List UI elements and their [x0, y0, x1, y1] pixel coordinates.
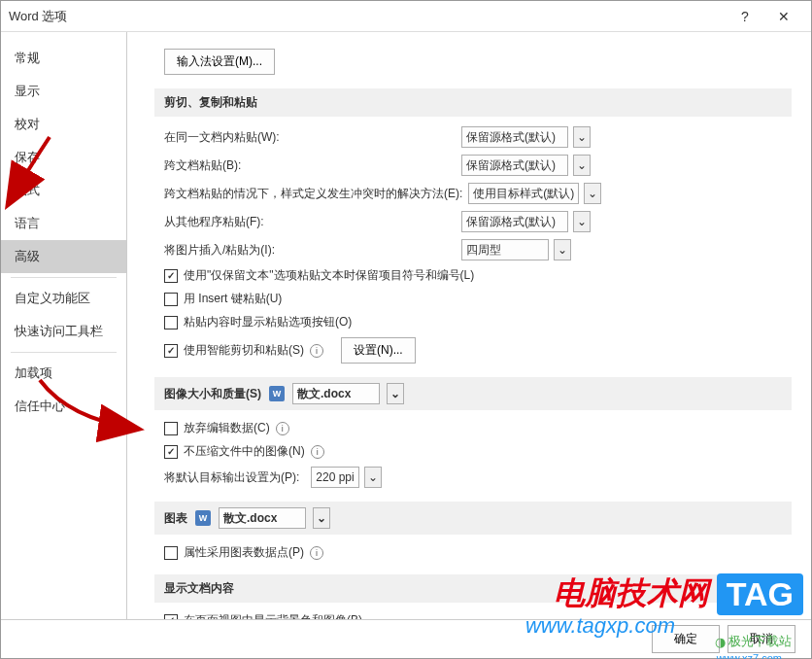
sidebar-item-display[interactable]: 显示 — [1, 75, 126, 108]
content-pane: 输入法设置(M)... 剪切、复制和粘贴 在同一文档内粘贴(W): 保留源格式(… — [127, 32, 811, 619]
cancel-button[interactable]: 取消 — [727, 625, 795, 653]
select-default-output[interactable]: 220 ppi — [311, 467, 359, 488]
checkbox-show-bg[interactable] — [164, 614, 178, 620]
chevron-down-icon[interactable]: ⌄ — [584, 183, 601, 204]
section-chart-label: 图表 — [164, 510, 187, 527]
select-paste-other-prog[interactable]: 保留源格式(默认) — [461, 211, 568, 232]
label-no-compress-images: 不压缩文件中的图像(N) — [184, 443, 305, 460]
sidebar-item-quick-access[interactable]: 快速访问工具栏 — [1, 315, 126, 348]
sidebar-item-proofing[interactable]: 校对 — [1, 108, 126, 141]
label-paste-options: 粘贴内容时显示粘贴选项按钮(O) — [184, 314, 352, 330]
sidebar-item-save[interactable]: 保存 — [1, 141, 126, 174]
chevron-down-icon[interactable]: ⌄ — [554, 239, 571, 260]
label-paste-same-doc: 在同一文档内粘贴(W): — [164, 129, 456, 146]
dialog-title: Word 选项 — [9, 8, 726, 25]
label-smart-cut: 使用智能剪切和粘贴(S) — [184, 342, 304, 359]
cut-paste-settings-button[interactable]: 设置(N)... — [341, 337, 416, 364]
select-paste-image-as[interactable]: 四周型 — [461, 239, 549, 260]
chevron-down-icon[interactable]: ⌄ — [573, 211, 591, 232]
sidebar-separator — [11, 277, 117, 278]
close-button[interactable]: ✕ — [764, 2, 803, 31]
section-image-label: 图像大小和质量(S) — [164, 386, 261, 402]
dialog-footer: 确定 取消 — [1, 619, 811, 658]
label-paste-cross-doc: 跨文档粘贴(B): — [164, 157, 456, 174]
chevron-down-icon[interactable]: ⌄ — [364, 467, 382, 488]
sidebar-item-advanced[interactable]: 高级 — [1, 240, 126, 273]
chevron-down-icon[interactable]: ⌄ — [573, 155, 591, 176]
section-cut-copy-paste: 剪切、复制和粘贴 — [154, 88, 792, 117]
word-doc-icon: W — [269, 386, 285, 401]
sidebar-item-layout[interactable]: 版式 — [1, 174, 126, 207]
select-chart-doc[interactable]: 散文.docx — [219, 507, 306, 529]
sidebar-item-customize-ribbon[interactable]: 自定义功能区 — [1, 282, 126, 315]
select-paste-same-doc[interactable]: 保留源格式(默认) — [461, 126, 568, 148]
sidebar-item-general[interactable]: 常规 — [1, 42, 126, 75]
section-chart: 图表 W 散文.docx ⌄ — [154, 502, 792, 535]
label-keep-bullets: 使用"仅保留文本"选项粘贴文本时保留项目符号和编号(L) — [184, 267, 474, 284]
checkbox-keep-bullets[interactable] — [164, 269, 178, 283]
info-icon: i — [311, 445, 324, 459]
ime-settings-button[interactable]: 输入法设置(M)... — [164, 49, 275, 75]
section-display-content: 显示文档内容 — [154, 574, 792, 603]
sidebar: 常规 显示 校对 保存 版式 语言 高级 自定义功能区 快速访问工具栏 加载项 … — [1, 32, 127, 619]
word-doc-icon: W — [195, 510, 211, 526]
sidebar-item-addins[interactable]: 加载项 — [1, 357, 126, 390]
info-icon: i — [276, 422, 289, 435]
checkbox-paste-options[interactable] — [164, 316, 178, 330]
sidebar-separator — [11, 352, 117, 353]
checkbox-chart-datapoint[interactable] — [164, 546, 178, 560]
checkbox-smart-cut[interactable] — [164, 344, 178, 358]
label-paste-conflict: 跨文档粘贴的情况下，样式定义发生冲突时的解决方法(E): — [164, 186, 462, 202]
label-default-output: 将默认目标输出设置为(P): — [164, 469, 299, 486]
info-icon: i — [310, 546, 323, 560]
label-paste-other-prog: 从其他程序粘贴(F): — [164, 214, 456, 230]
label-discard-edit-data: 放弃编辑数据(C) — [184, 420, 270, 436]
ok-button[interactable]: 确定 — [652, 625, 720, 653]
info-icon: i — [310, 344, 323, 358]
label-chart-datapoint: 属性采用图表数据点(P) — [184, 544, 304, 561]
checkbox-discard-edit-data[interactable] — [164, 422, 178, 435]
sidebar-item-trust-center[interactable]: 信任中心 — [1, 390, 126, 423]
select-paste-cross-doc[interactable]: 保留源格式(默认) — [461, 155, 568, 176]
label-show-bg: 在页面视图中显示背景色和图像(B) — [184, 612, 362, 619]
select-paste-conflict[interactable]: 使用目标样式(默认) — [468, 183, 579, 204]
checkbox-no-compress-images[interactable] — [164, 445, 178, 459]
chevron-down-icon[interactable]: ⌄ — [313, 507, 330, 529]
sidebar-item-language[interactable]: 语言 — [1, 207, 126, 240]
chevron-down-icon[interactable]: ⌄ — [387, 383, 404, 404]
select-image-doc[interactable]: 散文.docx — [292, 383, 380, 404]
titlebar: Word 选项 ? ✕ — [1, 1, 811, 32]
section-image-size-quality: 图像大小和质量(S) W 散文.docx ⌄ — [154, 377, 792, 410]
label-insert-key: 用 Insert 键粘贴(U) — [184, 291, 282, 307]
checkbox-insert-key[interactable] — [164, 293, 178, 306]
help-button[interactable]: ? — [726, 2, 764, 31]
chevron-down-icon[interactable]: ⌄ — [573, 126, 591, 148]
label-paste-image-as: 将图片插入/粘贴为(I): — [164, 242, 456, 259]
